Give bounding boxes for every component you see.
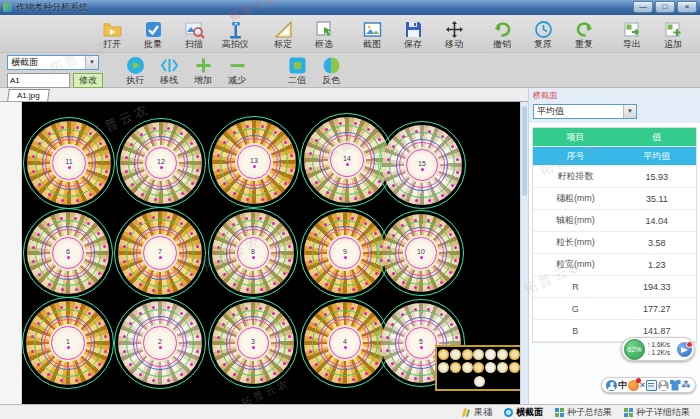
corn-specimen[interactable]: 8 — [208, 208, 298, 298]
ime-settings-icon[interactable]: ⁂ — [681, 380, 690, 391]
restore-button[interactable]: 复原 — [527, 19, 559, 49]
move-button[interactable]: 移动 — [438, 19, 470, 49]
kernel-marker-dot — [325, 283, 328, 286]
minimap-thumbnail — [462, 349, 473, 360]
ime-mode-label[interactable]: 中 — [618, 380, 627, 391]
canvas-vertical-scrollbar[interactable] — [520, 102, 528, 404]
kernel-marker-dot — [167, 216, 170, 219]
decrease-button[interactable]: 减少 — [220, 56, 254, 85]
calibrate-button[interactable]: 标定 — [267, 19, 299, 49]
scrollbar-thumb[interactable] — [522, 106, 527, 196]
kernel-marker-dot — [233, 131, 236, 134]
kernel-marker-dot — [167, 306, 170, 309]
kernel-marker-dot — [338, 288, 341, 291]
sample-id-input[interactable] — [7, 73, 70, 88]
corn-specimen[interactable]: 13 — [208, 116, 300, 208]
tab-a1-jpg[interactable]: A1.jpg — [7, 89, 49, 101]
circle-icon — [504, 408, 513, 417]
ime-keyboard-icon[interactable] — [646, 380, 657, 391]
move-line-button[interactable]: 移线 — [152, 56, 186, 85]
add-button[interactable]: 增加 — [186, 56, 220, 85]
ime-account-icon[interactable] — [658, 380, 669, 391]
kernel-marker-dot — [315, 181, 318, 184]
box-select-button[interactable]: 框选 — [308, 19, 340, 49]
binary-button[interactable]: 二值 — [280, 56, 314, 85]
kernel-marker-dot — [104, 350, 107, 353]
specimen-number: 7 — [115, 248, 205, 255]
invert-button[interactable]: 反色 — [314, 56, 348, 85]
view-seed-detail[interactable]: 种子详细结果 — [624, 406, 690, 419]
view-ear[interactable]: 果穗 — [462, 406, 492, 419]
kernel-marker-dot — [61, 288, 64, 291]
tool-label: 截图 — [363, 40, 381, 49]
view-type-value: 横截面 — [8, 56, 85, 69]
main-toolbar: 打开 批量 扫描 高拍仪 标定 框选 截图 保存 移动 撤销 复原 重 — [0, 15, 700, 53]
corn-specimen[interactable]: 3 — [208, 298, 298, 388]
kernel-marker-dot — [75, 306, 78, 309]
corn-specimen[interactable]: 15 — [378, 121, 466, 209]
minimap-thumbnail — [473, 349, 484, 360]
modify-button[interactable]: 修改 — [73, 73, 103, 88]
tab-label: A1.jpg — [17, 91, 40, 100]
corn-specimen[interactable]: 7 — [114, 207, 206, 299]
kernel-marker-dot — [246, 288, 249, 291]
net-speed-widget[interactable]: 62% ↑1.6K/s ↓1.2K/s — [621, 337, 695, 361]
row-label: B — [533, 326, 618, 336]
kernel-marker-dot — [233, 283, 236, 286]
view-cross-section[interactable]: 横截面 — [504, 406, 543, 419]
view-type-select[interactable]: 横截面 ▼ — [7, 55, 99, 70]
left-scroll-strip[interactable] — [0, 102, 22, 404]
save-button[interactable]: 保存 — [397, 19, 429, 49]
row-value: 35.11 — [618, 194, 696, 204]
image-canvas[interactable]: 111213141567891012345 — [22, 102, 520, 404]
view-label: 种子详细结果 — [636, 406, 690, 419]
kernel-marker-dot — [414, 308, 417, 311]
kernel-marker-dot — [402, 194, 405, 197]
undo-button[interactable]: 撤销 — [486, 19, 518, 49]
kernel-marker-dot — [326, 191, 329, 194]
redo-button[interactable]: 重复 — [568, 19, 600, 49]
kernel-marker-dot — [352, 288, 355, 291]
execute-button[interactable]: 执行 — [118, 56, 152, 85]
append-button[interactable]: 追加 — [657, 19, 689, 49]
corn-specimen[interactable]: 2 — [114, 297, 206, 389]
corn-specimen[interactable]: 11 — [23, 117, 115, 209]
kernel-marker-dot — [309, 350, 312, 353]
action-label: 执行 — [126, 75, 144, 85]
corn-specimen[interactable]: 6 — [23, 208, 113, 298]
minimap-overview[interactable] — [435, 345, 520, 391]
screenshot-button[interactable]: 截图 — [356, 19, 388, 49]
kernel-marker-dot — [129, 322, 132, 325]
ime-logo-icon[interactable] — [628, 380, 639, 391]
memory-percent-badge[interactable]: 62% — [624, 339, 645, 360]
ime-toolbar[interactable]: 中 × ⁂ — [601, 377, 696, 393]
open-button[interactable]: 打开 — [96, 19, 128, 49]
binary-icon — [288, 56, 307, 75]
ime-skin-icon[interactable] — [670, 380, 681, 391]
corn-specimen[interactable]: 1 — [22, 297, 114, 389]
statistic-select[interactable]: 平均值 ▼ — [533, 104, 637, 119]
accelerator-ball-icon[interactable] — [677, 342, 692, 357]
kernel-marker-dot — [75, 288, 78, 291]
corn-specimen[interactable]: 9 — [300, 208, 390, 298]
kernel-marker-dot — [338, 378, 341, 381]
center-marker-dot — [159, 346, 162, 349]
maximize-button[interactable]: □ — [655, 1, 675, 13]
export-button[interactable]: 导出 — [616, 19, 648, 49]
close-button[interactable]: × — [677, 1, 697, 13]
kernel-marker-dot — [196, 350, 199, 353]
kernel-marker-dot — [99, 142, 102, 145]
ime-user-icon[interactable] — [606, 380, 617, 391]
minimize-button[interactable]: — — [633, 1, 653, 13]
corn-specimen[interactable]: 12 — [116, 118, 206, 208]
view-seed-summary[interactable]: 种子总结果 — [555, 406, 612, 419]
scan-button[interactable]: 扫描 — [178, 19, 210, 49]
corn-specimen[interactable]: 10 — [378, 210, 464, 296]
kernel-marker-dot — [315, 139, 318, 142]
batch-button[interactable]: 批量 — [137, 19, 169, 49]
specimen-number: 6 — [24, 248, 112, 255]
floppy-icon — [403, 19, 424, 40]
move-cross-icon — [444, 19, 465, 40]
center-marker-dot — [159, 256, 162, 259]
doc-camera-button[interactable]: 高拍仪 — [219, 19, 251, 49]
